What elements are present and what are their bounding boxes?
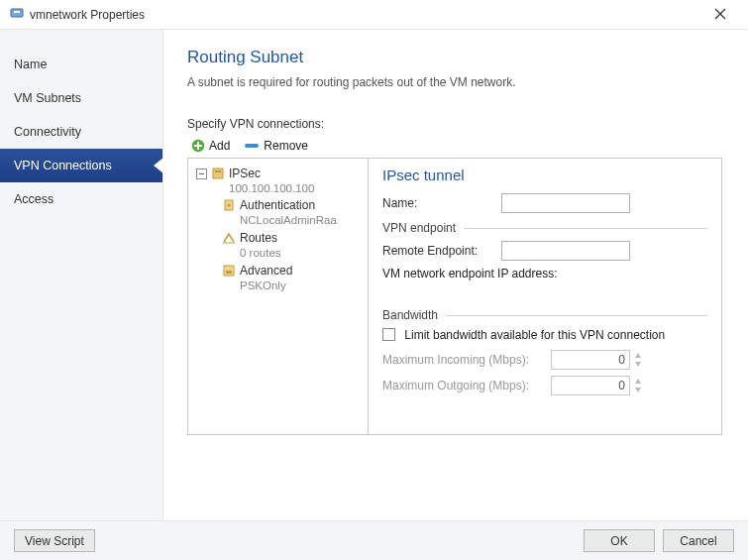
max-outgoing-spinner[interactable]	[633, 377, 643, 394]
chevron-up-icon	[633, 351, 643, 360]
group-bandwidth-label: Bandwidth	[382, 308, 438, 322]
divider	[446, 315, 707, 316]
add-button[interactable]: Add	[187, 138, 234, 154]
sidebar: Name VM Subnets Connectivity VPN Connect…	[0, 30, 163, 520]
tree-node-label: Authentication	[240, 198, 337, 213]
add-label: Add	[209, 139, 230, 153]
tree-node-label: Routes	[240, 231, 281, 246]
sidebar-item-access[interactable]: Access	[0, 182, 162, 216]
sidebar-item-label: VPN Connections	[14, 159, 112, 172]
svg-rect-6	[213, 168, 223, 178]
tree-node-sub: 0 routes	[240, 246, 281, 260]
tree-node-authentication[interactable]: Authentication NCLocalAdminRaa	[222, 198, 364, 227]
name-label: Name:	[382, 196, 501, 210]
window-title: vmnetwork Properties	[30, 8, 700, 22]
limit-bandwidth-checkbox[interactable]	[382, 328, 395, 341]
minus-icon	[244, 141, 260, 151]
chevron-up-icon	[633, 377, 643, 386]
group-endpoint-label: VPN endpoint	[382, 221, 456, 235]
svg-rect-12	[226, 271, 232, 274]
btn-label: Cancel	[680, 534, 716, 548]
sidebar-item-label: Connectivity	[14, 125, 81, 139]
network-icon	[211, 167, 225, 180]
tree-node-routes[interactable]: Routes 0 routes	[222, 231, 364, 260]
page-heading: Routing Subnet	[187, 48, 722, 67]
close-icon	[714, 8, 726, 20]
svg-point-9	[228, 204, 231, 207]
auth-icon	[222, 198, 236, 212]
routes-icon	[222, 231, 236, 245]
tree-node-sub: NCLocalAdminRaa	[240, 213, 337, 227]
tree-node-ipsec[interactable]: IPSec 100.100.100.100	[192, 165, 364, 196]
name-input[interactable]	[501, 193, 630, 213]
cancel-button[interactable]: Cancel	[663, 529, 734, 552]
max-outgoing-input[interactable]	[551, 376, 630, 395]
app-icon	[10, 6, 24, 23]
btn-label: OK	[610, 534, 627, 548]
tree-node-sub: PSKOnly	[240, 279, 292, 292]
ok-button[interactable]: OK	[584, 529, 655, 552]
remote-endpoint-input[interactable]	[501, 241, 630, 261]
max-incoming-spinner[interactable]	[633, 351, 643, 369]
chevron-down-icon	[633, 360, 643, 369]
sidebar-item-name[interactable]: Name	[0, 48, 162, 81]
remove-label: Remove	[264, 139, 308, 153]
sidebar-item-label: Name	[14, 57, 47, 71]
sidebar-item-label: VM Subnets	[14, 91, 81, 105]
advanced-icon	[222, 264, 236, 278]
max-incoming-input[interactable]	[551, 350, 630, 370]
vpn-tree: IPSec 100.100.100.100 Authentication NCL…	[188, 159, 369, 434]
close-button[interactable]	[700, 7, 740, 23]
remote-endpoint-label: Remote Endpoint:	[382, 244, 501, 258]
svg-rect-5	[245, 144, 259, 148]
divider	[464, 228, 707, 229]
section-label: Specify VPN connections:	[187, 117, 722, 131]
svg-rect-1	[14, 11, 20, 13]
tree-node-label: IPSec	[229, 167, 314, 181]
tree-node-label: Advanced	[240, 264, 292, 279]
vm-endpoint-label: VM network endpoint IP address:	[382, 267, 558, 280]
toolbar: Add Remove	[187, 135, 722, 158]
detail-heading: IPsec tunnel	[382, 167, 707, 183]
svg-rect-4	[194, 145, 202, 147]
limit-bandwidth-label: Limit bandwidth available for this VPN c…	[404, 328, 665, 342]
plus-icon	[191, 139, 205, 153]
btn-label: View Script	[25, 534, 84, 548]
tree-node-sub: 100.100.100.100	[229, 181, 314, 195]
sidebar-item-vm-subnets[interactable]: VM Subnets	[0, 81, 162, 115]
sidebar-item-connectivity[interactable]: Connectivity	[0, 115, 162, 149]
chevron-down-icon	[633, 386, 643, 394]
tree-node-advanced[interactable]: Advanced PSKOnly	[222, 264, 364, 292]
remove-button[interactable]: Remove	[240, 138, 312, 154]
max-incoming-label: Maximum Incoming (Mbps):	[382, 353, 551, 367]
sidebar-item-vpn-connections[interactable]: VPN Connections	[0, 149, 162, 182]
page-description: A subnet is required for routing packets…	[187, 75, 722, 89]
max-outgoing-label: Maximum Outgoing (Mbps):	[382, 379, 551, 392]
collapse-icon[interactable]	[196, 168, 207, 179]
detail-pane: IPsec tunnel Name: VPN endpoint Remote E…	[369, 159, 721, 434]
view-script-button[interactable]: View Script	[14, 529, 95, 552]
sidebar-item-label: Access	[14, 192, 53, 206]
svg-rect-7	[215, 170, 221, 172]
